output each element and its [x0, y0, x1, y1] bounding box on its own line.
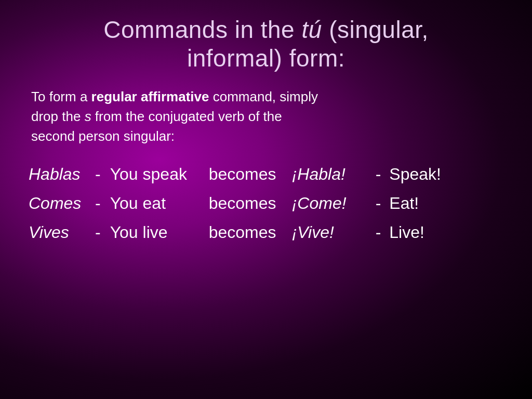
ex1-dash2: - [376, 162, 381, 187]
examples-container: Hablas - You speak becomes ¡Habla! - Spe… [26, 162, 506, 245]
slide: Commands in the tú (singular, informal) … [0, 0, 532, 399]
example-row-1: Hablas - You speak becomes ¡Habla! - Spe… [29, 162, 506, 187]
example-row-2: Comes - You eat becomes ¡Come! - Eat! [29, 191, 506, 216]
ex2-original: Comes [29, 191, 86, 216]
ex1-original: Hablas [29, 162, 86, 187]
ex2-dash: - [95, 191, 101, 216]
desc-bold: regular affirmative [91, 89, 209, 104]
ex3-english: Live! [389, 220, 424, 245]
ex2-translation: You eat [110, 191, 209, 216]
ex1-english: Speak! [389, 162, 441, 187]
ex3-dash: - [95, 220, 101, 245]
ex2-becomes: becomes [209, 191, 292, 216]
ex2-english: Eat! [389, 191, 419, 216]
slide-title: Commands in the tú (singular, informal) … [26, 16, 506, 73]
ex1-command: ¡Habla! [292, 162, 367, 187]
ex3-original: Vives [29, 220, 86, 245]
ex1-translation: You speak [110, 162, 209, 187]
example-row-3: Vives - You live becomes ¡Vive! - Live! [29, 220, 506, 245]
ex3-command: ¡Vive! [292, 220, 367, 245]
desc-intro: To form a [31, 89, 91, 104]
ex1-becomes: becomes [209, 162, 292, 187]
ex2-dash2: - [376, 191, 381, 216]
title-text-part1: Commands in the [103, 16, 301, 43]
desc-italic-s: s [85, 109, 91, 124]
title-text-part2: (singular, [322, 16, 429, 43]
title-tu: tú [301, 16, 322, 43]
ex3-translation: You live [110, 220, 209, 245]
ex2-command: ¡Come! [292, 191, 367, 216]
ex3-dash2: - [376, 220, 381, 245]
ex3-becomes: becomes [209, 220, 292, 245]
title-text-part3: informal) form: [187, 45, 345, 72]
ex1-dash: - [95, 162, 101, 187]
description-text: To form a regular affirmative command, s… [26, 87, 506, 146]
